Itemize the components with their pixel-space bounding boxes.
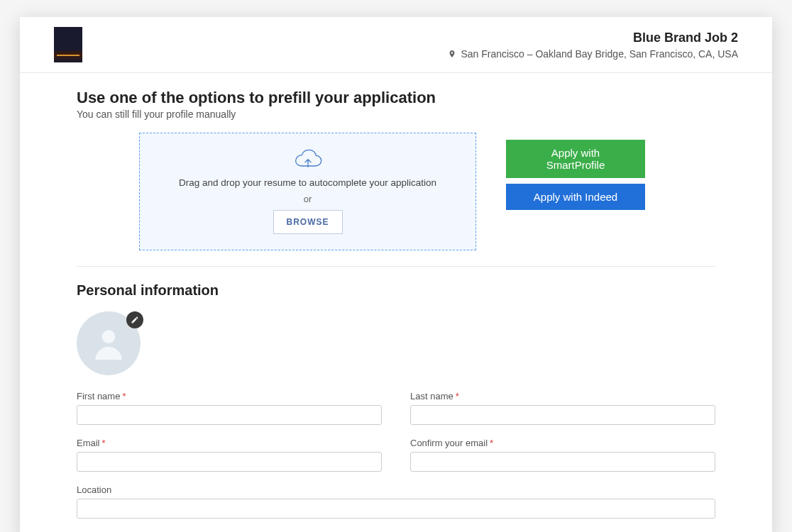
email-input[interactable]: [77, 452, 382, 472]
location-field-group: Location: [77, 484, 715, 519]
required-asterisk: *: [122, 391, 126, 401]
svg-point-0: [102, 330, 116, 343]
confirm-email-label-text: Confirm your email: [410, 438, 488, 448]
first-name-label: First name*: [77, 391, 382, 401]
location-label: Location: [77, 484, 715, 495]
prefill-options-row: Drag and drop your resume to autocomplet…: [139, 133, 715, 250]
job-location-text: San Francisco – Oakland Bay Bridge, San …: [461, 48, 738, 60]
email-label-text: Email: [77, 438, 100, 448]
last-name-input[interactable]: [410, 405, 715, 425]
location-input[interactable]: [77, 499, 715, 519]
first-name-label-text: First name: [77, 391, 120, 401]
apply-indeed-button[interactable]: Apply with Indeed: [506, 184, 645, 210]
browse-button[interactable]: BROWSE: [273, 210, 343, 234]
dropzone-instruction: Drag and drop your resume to autocomplet…: [179, 177, 436, 188]
required-asterisk: *: [456, 391, 459, 401]
confirm-email-label: Confirm your email*: [410, 438, 715, 448]
job-location: San Francisco – Oakland Bay Bridge, San …: [448, 48, 738, 60]
personal-info-heading: Personal information: [77, 282, 715, 299]
first-name-field-group: First name*: [77, 391, 382, 425]
last-name-field-group: Last name*: [410, 391, 715, 425]
prefill-subheading: You can still fill your profile manually: [77, 109, 715, 120]
person-icon: [89, 323, 128, 363]
confirm-email-field-group: Confirm your email*: [410, 438, 715, 472]
last-name-label: Last name*: [410, 391, 715, 401]
page-header: Blue Brand Job 2 San Francisco – Oakland…: [20, 17, 772, 73]
application-page: Blue Brand Job 2 San Francisco – Oakland…: [20, 17, 772, 532]
company-logo: [54, 27, 82, 62]
required-asterisk: *: [102, 438, 106, 448]
first-name-input[interactable]: [77, 405, 382, 425]
email-field-group: Email*: [77, 438, 382, 472]
apply-smartprofile-button[interactable]: Apply with SmartProfile: [506, 140, 645, 178]
header-job-info: Blue Brand Job 2 San Francisco – Oakland…: [448, 31, 738, 60]
avatar-container: [77, 311, 141, 375]
resume-dropzone[interactable]: Drag and drop your resume to autocomplet…: [139, 133, 476, 250]
job-title: Blue Brand Job 2: [448, 31, 738, 45]
section-divider: [77, 266, 715, 267]
required-asterisk: *: [490, 438, 493, 448]
confirm-email-input[interactable]: [410, 452, 715, 472]
email-label: Email*: [77, 438, 382, 448]
personal-info-form: First name* Last name* Email* Confirm yo…: [77, 391, 715, 519]
last-name-label-text: Last name: [410, 391, 453, 401]
pencil-icon: [131, 316, 139, 324]
location-label-text: Location: [77, 484, 111, 495]
prefill-heading: Use one of the options to prefill your a…: [77, 89, 715, 107]
location-pin-icon: [448, 48, 456, 60]
apply-buttons-group: Apply with SmartProfile Apply with Indee…: [506, 140, 645, 210]
avatar-edit-button[interactable]: [126, 311, 143, 328]
content-area: Use one of the options to prefill your a…: [20, 73, 772, 532]
cloud-upload-icon: [292, 149, 324, 172]
dropzone-or-text: or: [304, 194, 312, 204]
